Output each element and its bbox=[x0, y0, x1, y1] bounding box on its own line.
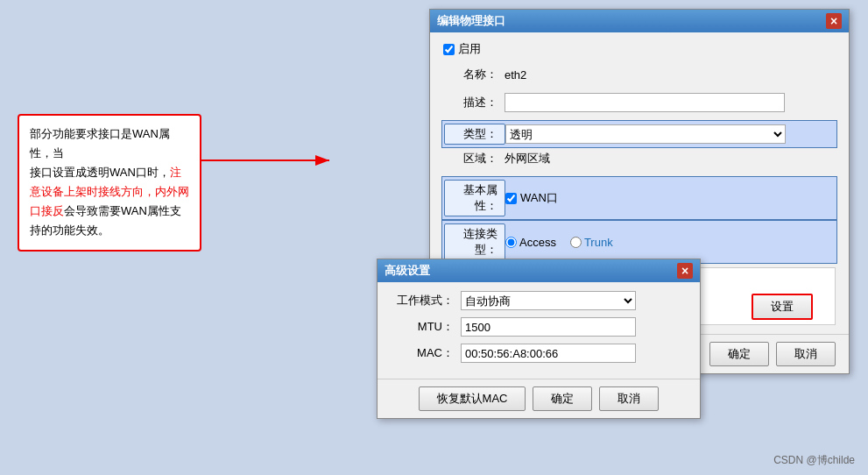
desc-input[interactable] bbox=[505, 93, 785, 112]
work-mode-label: 工作模式： bbox=[391, 293, 461, 308]
adv-cancel-button[interactable]: 取消 bbox=[599, 386, 659, 411]
main-cancel-button[interactable]: 取消 bbox=[776, 342, 836, 366]
adv-dialog-title: 高级设置 bbox=[385, 263, 430, 279]
wan-label: WAN口 bbox=[520, 190, 558, 206]
conn-type-label: 连接类型： bbox=[444, 223, 505, 260]
type-label: 类型： bbox=[444, 124, 505, 145]
conn-type-row: 连接类型： Access Trunk bbox=[441, 220, 837, 264]
wan-checkbox[interactable] bbox=[505, 193, 517, 204]
zone-label: 区域： bbox=[443, 151, 505, 167]
access-radio-text: Access bbox=[519, 236, 556, 249]
zone-value: 外网区域 bbox=[505, 151, 550, 167]
adv-dialog-footer: 恢复默认MAC 确定 取消 bbox=[378, 379, 700, 418]
conn-type-radio-group: Access Trunk bbox=[505, 236, 613, 249]
access-radio[interactable] bbox=[505, 237, 517, 248]
mac-row: MAC： bbox=[391, 344, 687, 363]
zone-row: 区域： 外网区域 bbox=[443, 148, 836, 169]
enable-row: 启用 bbox=[443, 41, 836, 57]
main-dialog-title: 编辑物理接口 bbox=[437, 13, 505, 29]
trunk-radio-label[interactable]: Trunk bbox=[570, 236, 613, 249]
basic-attr-label: 基本属性： bbox=[444, 180, 505, 216]
main-confirm-button[interactable]: 确定 bbox=[709, 342, 769, 366]
mtu-label: MTU： bbox=[391, 319, 461, 335]
set-button-area: 设置 bbox=[752, 294, 813, 320]
desc-label: 描述： bbox=[443, 95, 505, 110]
name-row: 名称： eth2 bbox=[443, 64, 836, 85]
trunk-radio[interactable] bbox=[570, 237, 582, 248]
mtu-input[interactable] bbox=[461, 317, 636, 337]
work-mode-row: 工作模式： 自动协商 bbox=[391, 291, 687, 310]
adv-dialog-titlebar: 高级设置 × bbox=[378, 259, 700, 282]
enable-label: 启用 bbox=[458, 41, 481, 57]
adv-dialog-body: 工作模式： 自动协商 MTU： MAC： bbox=[378, 282, 700, 379]
restore-mac-button[interactable]: 恢复默认MAC bbox=[419, 386, 526, 411]
watermark: CSDN @博childe bbox=[773, 453, 855, 468]
name-value: eth2 bbox=[505, 68, 526, 82]
main-dialog-titlebar: 编辑物理接口 × bbox=[430, 10, 849, 32]
set-button[interactable]: 设置 bbox=[752, 294, 813, 320]
adv-dialog-close[interactable]: × bbox=[677, 263, 693, 279]
mac-input[interactable] bbox=[461, 344, 636, 363]
enable-checkbox[interactable] bbox=[443, 44, 455, 55]
main-dialog-close[interactable]: × bbox=[826, 13, 842, 29]
access-radio-label[interactable]: Access bbox=[505, 236, 556, 249]
work-mode-select[interactable]: 自动协商 bbox=[461, 291, 636, 310]
callout-box: 部分功能要求接口是WAN属性，当 接口设置成透明WAN口时，注意设备上架时接线方… bbox=[18, 114, 201, 252]
desc-row: 描述： bbox=[443, 92, 836, 113]
mac-label: MAC： bbox=[391, 345, 461, 361]
adv-dialog: 高级设置 × 工作模式： 自动协商 MTU： MAC： 恢复默认MAC 确定 取… bbox=[377, 259, 701, 419]
callout-arrow bbox=[200, 147, 340, 174]
callout-text1: 部分功能要求接口是WAN属性，当 bbox=[30, 127, 170, 160]
type-select[interactable]: 透明 bbox=[505, 124, 786, 144]
adv-confirm-button[interactable]: 确定 bbox=[533, 386, 592, 411]
mtu-row: MTU： bbox=[391, 317, 687, 337]
callout-text2: 接口设置成透明WAN口时， bbox=[30, 166, 170, 179]
type-row: 类型： 透明 bbox=[441, 120, 837, 148]
name-label: 名称： bbox=[443, 67, 505, 82]
trunk-radio-text: Trunk bbox=[584, 236, 613, 249]
basic-attr-row: 基本属性： WAN口 bbox=[441, 176, 837, 220]
